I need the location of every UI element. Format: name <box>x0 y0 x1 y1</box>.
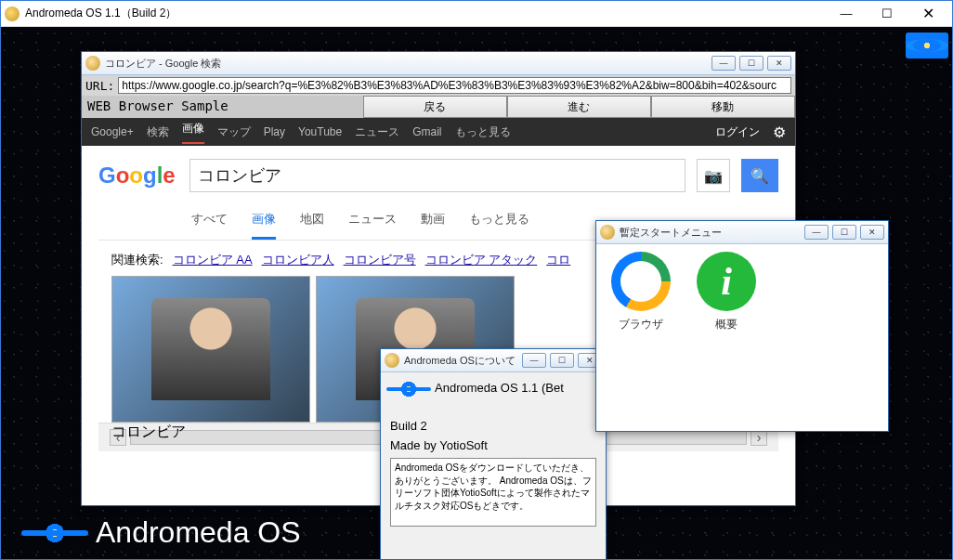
info-app-icon: i <box>697 252 756 311</box>
related-link[interactable]: コロンビア アタック <box>425 252 538 268</box>
outer-max-button[interactable]: ☐ <box>867 1 907 27</box>
outer-min-button[interactable]: — <box>826 1 867 27</box>
thumb-caption: コロンビア <box>111 423 310 442</box>
login-link[interactable]: ログイン <box>715 124 760 140</box>
startmenu-max-button[interactable]: ☐ <box>832 225 856 240</box>
related-link[interactable]: コロ <box>546 252 570 268</box>
search-input[interactable]: コロンビア <box>189 159 685 192</box>
tab-more[interactable]: もっと見る <box>469 211 529 240</box>
startmenu-min-button[interactable]: — <box>804 225 829 240</box>
related-link[interactable]: コロンビア人 <box>262 252 334 268</box>
nav-google-plus[interactable]: Google+ <box>91 125 134 138</box>
browser-window-title: コロンビア - Google 検索 <box>105 57 711 71</box>
outer-title: Andromeda OS 1.1（Build 2） <box>25 6 826 21</box>
google-nav: Google+ 検索 画像 マップ Play YouTube ニュース Gmai… <box>82 118 795 146</box>
url-row: URL: <box>82 75 795 96</box>
browser-titlebar[interactable]: コロンビア - Google 検索 — ☐ ✕ <box>82 52 795 75</box>
about-titlebar[interactable]: Andromeda OSについて — ☐ ✕ <box>381 349 606 372</box>
related-link[interactable]: コロンビア AA <box>173 252 253 268</box>
back-button[interactable]: 戻る <box>363 96 507 118</box>
desktop[interactable]: コロンビア - Google 検索 — ☐ ✕ URL: WEB Browser… <box>1 27 952 559</box>
about-build: Build 2 <box>390 419 596 433</box>
browser-window-icon <box>85 56 100 71</box>
start-item-label: 概要 <box>691 317 762 332</box>
start-item-browser[interactable]: ブラウザ <box>606 252 676 332</box>
about-min-button[interactable]: — <box>522 353 546 368</box>
tab-all[interactable]: すべて <box>191 211 228 240</box>
startmenu-window-title: 暫定スタートメニュー <box>620 226 804 240</box>
sample-label: WEB Browser Sample <box>82 96 363 118</box>
startmenu-window-icon <box>600 225 615 240</box>
desktop-logo: Andromeda OS <box>27 515 301 550</box>
about-author: Made by YotioSoft <box>390 438 596 452</box>
outer-window: Andromeda OS 1.1（Build 2） — ☐ ✕ コロンビア - … <box>0 0 953 560</box>
tab-news[interactable]: ニュース <box>348 211 397 240</box>
image-result[interactable] <box>111 276 310 423</box>
browser-app-icon <box>611 252 671 311</box>
nav-news[interactable]: ニュース <box>355 124 399 140</box>
browser-max-button[interactable]: ☐ <box>739 56 764 71</box>
nav-maps[interactable]: マップ <box>217 124 251 140</box>
tab-video[interactable]: 動画 <box>421 211 445 240</box>
nav-youtube[interactable]: YouTube <box>298 125 342 138</box>
corner-badge-icon <box>906 33 948 59</box>
tab-images[interactable]: 画像 <box>252 211 276 240</box>
startmenu-close-button[interactable]: ✕ <box>860 225 884 240</box>
nav-play[interactable]: Play <box>264 125 285 138</box>
app-icon <box>5 7 20 21</box>
nav-search[interactable]: 検索 <box>147 124 169 140</box>
andromeda-logo-icon <box>390 380 427 398</box>
nav-images[interactable]: 画像 <box>182 121 204 144</box>
desktop-logo-text: Andromeda OS <box>96 515 301 550</box>
url-label: URL: <box>85 79 114 93</box>
start-item-about[interactable]: i 概要 <box>691 252 762 332</box>
about-description[interactable]: Andromeda OSをダウンロードしていただき、ありがとうございます。 An… <box>390 458 596 527</box>
outer-titlebar[interactable]: Andromeda OS 1.1（Build 2） — ☐ ✕ <box>1 1 952 27</box>
andromeda-logo-icon <box>27 519 83 547</box>
about-window[interactable]: Andromeda OSについて — ☐ ✕ Andromeda OS 1.1 … <box>380 348 607 560</box>
about-max-button[interactable]: ☐ <box>550 353 574 368</box>
search-button[interactable]: 🔍 <box>741 159 778 192</box>
url-input[interactable] <box>118 77 791 94</box>
forward-button[interactable]: 進む <box>507 96 651 118</box>
move-button[interactable]: 移動 <box>651 96 795 118</box>
browser-min-button[interactable]: — <box>711 56 736 71</box>
nav-gmail[interactable]: Gmail <box>412 125 441 138</box>
about-window-icon <box>385 353 399 368</box>
about-version: Andromeda OS 1.1 (Bet <box>435 381 564 395</box>
gear-icon[interactable]: ⚙ <box>773 124 786 141</box>
outer-close-button[interactable]: ✕ <box>907 1 948 27</box>
startmenu-titlebar[interactable]: 暫定スタートメニュー — ☐ ✕ <box>596 221 888 244</box>
google-logo[interactable]: Google <box>98 160 178 191</box>
camera-icon[interactable]: 📷 <box>697 159 730 192</box>
nav-more[interactable]: もっと見る <box>455 124 511 140</box>
related-link[interactable]: コロンビア号 <box>344 252 416 268</box>
browser-close-button[interactable]: ✕ <box>767 56 791 71</box>
tab-maps[interactable]: 地図 <box>300 211 324 240</box>
related-label: 関連検索: <box>111 252 163 268</box>
startmenu-window[interactable]: 暫定スタートメニュー — ☐ ✕ ブラウザ i 概要 <box>595 220 889 432</box>
start-item-label: ブラウザ <box>606 317 676 332</box>
about-window-title: Andromeda OSについて <box>404 354 522 368</box>
